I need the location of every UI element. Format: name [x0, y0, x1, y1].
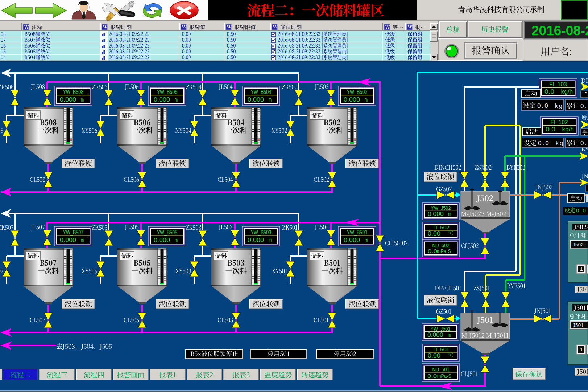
svg-text:kg: kg	[555, 103, 563, 109]
svg-text:m: m	[365, 96, 368, 103]
svg-text:YW_B501: YW_B501	[347, 229, 368, 236]
svg-text:m: m	[269, 237, 272, 244]
svg-text:0.000: 0.000	[60, 96, 76, 103]
svg-text:YW_B506: YW_B506	[157, 89, 178, 95]
svg-text:0.00: 0.00	[428, 352, 440, 359]
svg-text:YW_J502: YW_J502	[431, 205, 451, 211]
svg-text:0.000: 0.000	[248, 237, 264, 244]
svg-text:mPa·S: mPa·S	[437, 373, 451, 379]
svg-text:0.0: 0.0	[537, 102, 549, 109]
svg-text:0.00: 0.00	[428, 230, 440, 237]
svg-text:m: m	[365, 237, 368, 244]
svg-text:mPa·S: mPa·S	[437, 248, 451, 254]
svg-text:m: m	[448, 211, 451, 217]
svg-text:0.0: 0.0	[428, 248, 437, 254]
svg-text:m: m	[175, 237, 178, 244]
svg-text:m: m	[81, 237, 84, 244]
svg-text:0.000: 0.000	[427, 332, 443, 338]
svg-text:J502: J502	[573, 241, 584, 248]
svg-text:ND_502: ND_502	[432, 242, 449, 248]
svg-text:TI_501: TI_501	[432, 346, 449, 352]
svg-text:YW_B505: YW_B505	[157, 229, 178, 236]
svg-text:FI_103: FI_103	[549, 81, 567, 88]
svg-text:2016-08-2: 2016-08-2	[531, 23, 588, 38]
svg-text:0.0: 0.0	[544, 88, 554, 95]
svg-text:TI_502: TI_502	[432, 224, 449, 230]
svg-text:0.000: 0.000	[248, 96, 264, 103]
svg-text:0.000: 0.000	[154, 96, 170, 103]
svg-text:0.000: 0.000	[344, 96, 360, 103]
svg-text:YW_J501: YW_J501	[431, 326, 451, 332]
svg-text:J501: J501	[573, 322, 584, 328]
svg-text:YW_B507: YW_B507	[63, 229, 84, 236]
svg-text:kg: kg	[556, 140, 564, 146]
svg-text:0.0: 0.0	[576, 207, 587, 213]
svg-text:m: m	[448, 332, 451, 338]
svg-text:FI_102: FI_102	[550, 119, 568, 126]
svg-text:0.000: 0.000	[428, 211, 444, 217]
svg-text:0.000: 0.000	[60, 237, 76, 244]
svg-text:m: m	[81, 96, 84, 103]
svg-text:m: m	[175, 96, 178, 103]
svg-text:1: 1	[580, 266, 583, 272]
svg-text:YW_B508: YW_B508	[63, 89, 84, 95]
svg-text:ND_501: ND_501	[432, 366, 449, 372]
svg-text:m: m	[269, 96, 272, 103]
svg-text:0.0: 0.0	[580, 103, 588, 110]
svg-text:1: 1	[580, 347, 583, 352]
svg-text:0.000: 0.000	[344, 237, 360, 244]
svg-text:0.0: 0.0	[538, 140, 550, 147]
svg-text:0.0: 0.0	[580, 140, 588, 147]
svg-text:kg/h: kg/h	[561, 88, 573, 95]
svg-text:kg/h: kg/h	[562, 126, 574, 133]
svg-text:0.000: 0.000	[154, 237, 170, 244]
svg-text:0.0: 0.0	[427, 373, 437, 379]
svg-text:YW_B502: YW_B502	[347, 89, 368, 95]
svg-text:0.0: 0.0	[546, 126, 555, 133]
svg-text:YW_B504: YW_B504	[251, 89, 272, 95]
svg-text:YW_B503: YW_B503	[251, 229, 272, 236]
